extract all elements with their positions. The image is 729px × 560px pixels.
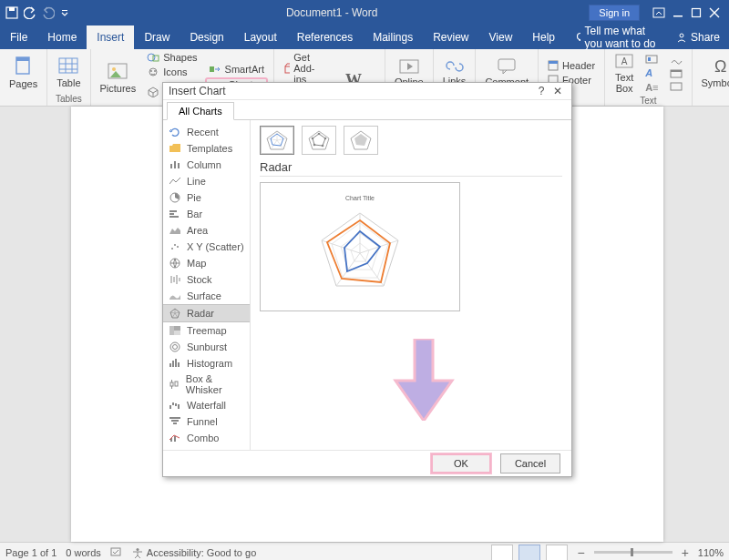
link-icon	[445, 58, 465, 75]
list-item-line[interactable]: Line	[163, 173, 250, 189]
svg-point-76	[136, 548, 139, 551]
pictures-button[interactable]: Pictures	[97, 60, 140, 96]
tab-help[interactable]: Help	[522, 25, 565, 49]
dropcap-button[interactable]: A≡	[642, 81, 662, 94]
list-item-combo[interactable]: Combo	[163, 430, 250, 446]
close-icon[interactable]	[709, 7, 720, 18]
list-item-recent[interactable]: Recent	[163, 124, 250, 140]
qat-dropdown-icon[interactable]	[60, 8, 69, 17]
tab-draw[interactable]: Draw	[134, 25, 180, 49]
funnel-icon	[169, 415, 181, 428]
list-item-pie[interactable]: Pie	[163, 189, 250, 206]
list-item-column[interactable]: Column	[163, 157, 250, 173]
tab-review[interactable]: Review	[423, 25, 478, 49]
ok-button[interactable]: OK	[431, 453, 491, 473]
pictures-icon	[107, 62, 128, 82]
smartart-button[interactable]: SmartArt	[205, 63, 268, 76]
list-item-waterfall[interactable]: Waterfall	[163, 397, 250, 413]
share-button[interactable]: Share	[667, 25, 729, 49]
textbox-button[interactable]: A Text Box	[611, 51, 638, 96]
svg-rect-19	[210, 66, 214, 72]
subtype-radar-filled[interactable]	[344, 126, 378, 155]
svg-point-73	[313, 143, 316, 146]
svg-rect-7	[580, 39, 581, 41]
sigline-button[interactable]	[666, 56, 686, 66]
list-item-templates[interactable]: Templates	[163, 140, 250, 157]
subtype-radar[interactable]	[260, 126, 294, 155]
view-readmode[interactable]	[491, 545, 513, 561]
pages-button[interactable]: Pages	[5, 54, 41, 91]
shapes-button[interactable]: Shapes	[143, 51, 200, 64]
cancel-button[interactable]: Cancel	[500, 453, 560, 473]
text-group-label: Text	[611, 96, 685, 107]
list-item-treemap[interactable]: Treemap	[163, 322, 250, 339]
tab-home[interactable]: Home	[37, 25, 87, 49]
subtype-radar-markers[interactable]	[302, 126, 336, 155]
view-printlayout[interactable]	[519, 545, 540, 561]
window-controls	[640, 7, 729, 18]
undo-icon[interactable]	[24, 6, 36, 19]
view-weblayout[interactable]	[546, 545, 568, 561]
save-icon[interactable]	[5, 6, 18, 19]
dialog-titlebar: Insert Chart ? ✕	[163, 83, 571, 100]
status-words[interactable]: 0 words	[66, 547, 101, 558]
table-button[interactable]: Table	[53, 55, 84, 90]
quickparts-button[interactable]	[642, 54, 662, 65]
maximize-icon[interactable]	[691, 7, 702, 18]
list-item-boxwhisker[interactable]: Box & Whisker	[163, 372, 250, 397]
list-item-bar[interactable]: Bar	[163, 206, 250, 222]
list-item-sunburst[interactable]: Sunburst	[163, 339, 250, 355]
waterfall-icon	[169, 399, 181, 412]
list-item-radar[interactable]: Radar	[163, 304, 250, 322]
list-item-funnel[interactable]: Funnel	[163, 413, 250, 430]
status-page[interactable]: Page 1 of 1	[5, 547, 56, 558]
tab-design[interactable]: Design	[180, 25, 233, 49]
icons-button[interactable]: Icons	[143, 66, 200, 78]
redo-icon[interactable]	[42, 6, 55, 19]
pie-icon	[169, 191, 181, 204]
svg-rect-67	[173, 423, 177, 424]
smartart-label: SmartArt	[225, 64, 264, 75]
wordart-button[interactable]: A	[642, 66, 662, 79]
zoom-out-button[interactable]: −	[573, 545, 588, 560]
getaddins-button[interactable]: Get Add-ins	[280, 51, 324, 86]
svg-rect-40	[174, 161, 176, 168]
tab-mailings[interactable]: Mailings	[363, 25, 423, 49]
list-item-scatter[interactable]: X Y (Scatter)	[163, 239, 250, 255]
histogram-icon	[169, 357, 181, 370]
minimize-icon[interactable]	[673, 7, 683, 18]
zoom-in-button[interactable]: +	[678, 545, 693, 560]
list-item-stock[interactable]: Stock	[163, 271, 250, 288]
tab-view[interactable]: View	[479, 25, 523, 49]
tab-all-charts[interactable]: All Charts	[167, 102, 234, 120]
svg-rect-61	[169, 405, 171, 409]
accessibility-status[interactable]: Accessibility: Good to go	[132, 547, 256, 558]
list-item-histogram[interactable]: Histogram	[163, 355, 250, 372]
list-item-area[interactable]: Area	[163, 222, 250, 239]
smartart-icon	[209, 64, 221, 75]
close-icon[interactable]: ✕	[549, 85, 566, 97]
spellcheck-icon[interactable]	[110, 546, 123, 559]
tab-references[interactable]: References	[287, 25, 363, 49]
tab-layout[interactable]: Layout	[234, 25, 287, 49]
sig-icon	[670, 56, 683, 66]
svg-rect-63	[175, 403, 177, 406]
symbols-button[interactable]: Ω Symbols	[698, 56, 729, 90]
svg-rect-75	[111, 548, 120, 555]
datetime-button[interactable]	[666, 68, 686, 79]
zoom-level[interactable]: 110%	[698, 547, 724, 558]
header-button[interactable]: Header	[544, 59, 599, 72]
list-item-map[interactable]: Map	[163, 255, 250, 271]
signin-button[interactable]: Sign in	[589, 5, 640, 21]
object-button[interactable]	[666, 81, 686, 92]
ribbon-display-options-icon[interactable]	[652, 7, 665, 18]
list-item-surface[interactable]: Surface	[163, 288, 250, 304]
help-icon[interactable]: ?	[533, 85, 549, 97]
dialog-tabs: All Charts	[163, 100, 571, 119]
tab-file[interactable]: File	[0, 25, 37, 49]
tell-me[interactable]: Tell me what you want to do	[565, 25, 667, 49]
symbols-label: Symbols	[702, 77, 729, 88]
tab-insert[interactable]: Insert	[87, 25, 134, 49]
chart-preview: Chart Title	[260, 182, 460, 311]
zoom-slider[interactable]	[594, 551, 673, 554]
